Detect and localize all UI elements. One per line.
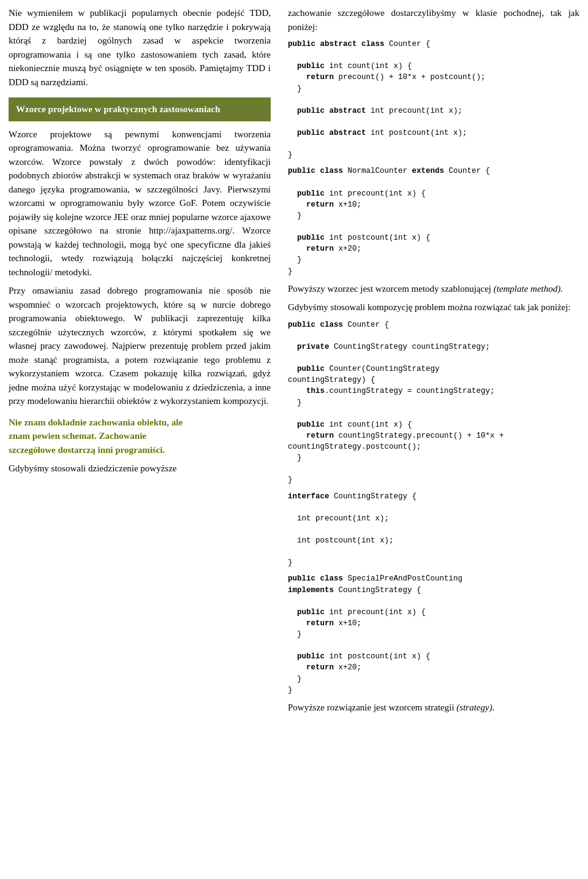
left-p4: Gdybyśmy stosowali dziedziczenie powyższ…: [9, 462, 271, 476]
right-p4: Powyższe rozwiązanie jest wzorcem strate…: [288, 701, 579, 715]
code-block-1: public abstract class Counter { public i…: [288, 39, 579, 161]
section-header: Wzorce projektowe w praktycznych zastoso…: [9, 97, 271, 121]
right-p3: Gdybyśmy stosowali kompozycję problem mo…: [288, 300, 579, 314]
code-block-3: public class Counter { private CountingS…: [288, 319, 579, 486]
left-column: Nie wymieniłem w publikacji popularnych …: [0, 0, 282, 725]
right-column: zachowanie szczegółowe dostarczylibyśmy …: [282, 0, 588, 725]
right-p2: Powyższy wzorzec jest wzorcem metody sza…: [288, 282, 579, 296]
left-p1: Nie wymieniłem w publikacji popularnych …: [9, 6, 271, 89]
right-p1: zachowanie szczegółowe dostarczylibyśmy …: [288, 6, 579, 34]
green-line2: znam pewien schemat. Zachowanie: [9, 431, 146, 441]
code-block-5: public class SpecialPreAndPostCounting i…: [288, 573, 579, 695]
green-line1: Nie znam dokładnie zachowania obiektu, a…: [9, 417, 183, 427]
left-p3: Przy omawianiu zasad dobrego programowan…: [9, 284, 271, 408]
green-text-block: Nie znam dokładnie zachowania obiektu, a…: [9, 416, 271, 457]
green-line3: szczegółowe dostarczą inni programiści.: [9, 445, 165, 455]
left-p2: Wzorce projektowe są pewnymi konwencjami…: [9, 127, 271, 280]
code-block-2: public class NormalCounter extends Count…: [288, 166, 579, 276]
code-block-4: interface CountingStrategy { int precoun…: [288, 491, 579, 569]
